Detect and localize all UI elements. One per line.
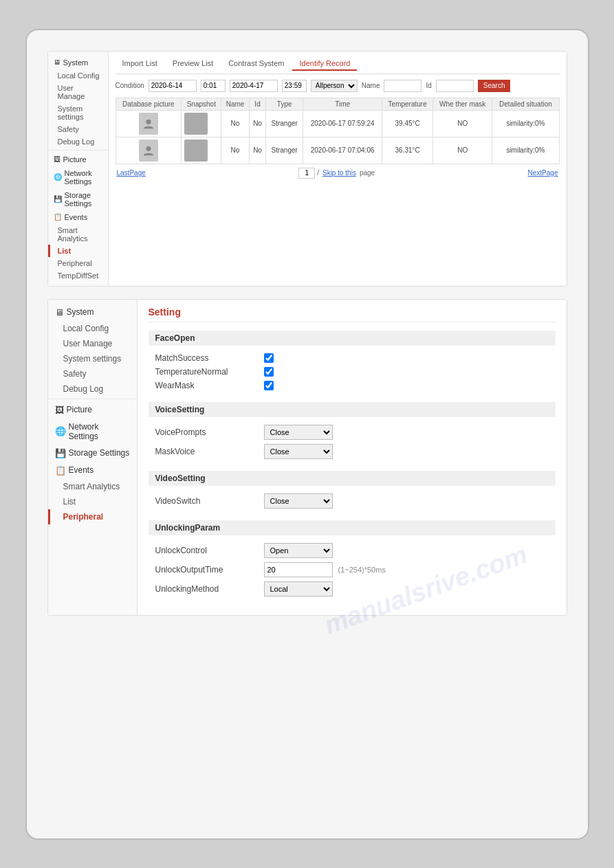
- table-row: NoNoStranger2020-06-17 07:59:2439.45°CNO…: [116, 110, 559, 137]
- video-switch-label: VideoSwitch: [155, 496, 259, 506]
- col-snapshot: Snapshot: [182, 98, 221, 110]
- picture-icon: 🖼: [54, 155, 61, 163]
- bottom-debug-log[interactable]: Debug Log: [48, 381, 138, 397]
- svg-point-0: [146, 119, 151, 124]
- sidebar-picture-label: Picture: [63, 155, 87, 164]
- bottom-list[interactable]: List: [48, 494, 138, 509]
- page-text: page: [360, 169, 375, 177]
- sidebar-system-section[interactable]: 🖥 System: [48, 56, 108, 69]
- last-page-link[interactable]: LastPage: [117, 169, 146, 177]
- cell-name: No: [221, 110, 249, 137]
- col-time: Time: [303, 98, 382, 110]
- match-success-checkbox[interactable]: [264, 353, 274, 363]
- bottom-events-section[interactable]: 📋 Events: [48, 462, 138, 479]
- sidebar-smart-analytics[interactable]: Smart Analytics: [48, 224, 108, 245]
- page-number-input[interactable]: [298, 168, 315, 179]
- bottom-sidebar-system-label: System: [67, 307, 94, 317]
- unlocking-method-select[interactable]: Local Remote: [264, 581, 333, 597]
- tab-identify-record[interactable]: Identify Record: [292, 57, 357, 71]
- unlocking-method-row: UnlockingMethod Local Remote: [149, 579, 556, 599]
- setting-content: Setting FaceOpen MatchSuccess Temperatur…: [138, 300, 567, 615]
- voice-setting-header: VoiceSetting: [149, 402, 556, 417]
- sidebar-list[interactable]: List: [48, 245, 108, 257]
- monitor-icon: 🖥: [54, 58, 61, 66]
- video-setting-header: VideoSetting: [149, 471, 556, 486]
- cell-id: No: [249, 110, 266, 137]
- temperature-normal-label: TemperatureNormal: [155, 367, 259, 377]
- table-row: NoNoStranger2020-06-17 07:04:0636.31°CNO…: [116, 137, 559, 164]
- unlock-output-time-input[interactable]: [264, 562, 333, 577]
- bottom-events-label: Events: [69, 465, 94, 475]
- bottom-local-config[interactable]: Local Config: [48, 321, 138, 336]
- sidebar-picture-section[interactable]: 🖼 Picture: [48, 153, 108, 166]
- mask-voice-row: MaskVoice Close Open: [149, 442, 556, 461]
- unlock-control-select[interactable]: Open Close: [264, 543, 333, 558]
- sidebar-network-section[interactable]: 🌐 Network Settings: [48, 166, 108, 188]
- cell-id: No: [249, 137, 266, 164]
- bottom-picture-section[interactable]: 🖼 Picture: [48, 401, 138, 419]
- sidebar-tempdiffset[interactable]: TempDiffSet: [48, 269, 108, 282]
- bottom-panel: 🖥 System Local Config User Manage System…: [47, 299, 567, 616]
- bottom-smart-analytics[interactable]: Smart Analytics: [48, 479, 138, 494]
- tab-preview-list[interactable]: Preview List: [166, 57, 220, 71]
- unlock-output-time-label: UnlockOutputTime: [155, 565, 259, 575]
- temperature-normal-checkbox[interactable]: [264, 367, 274, 377]
- pagination-row: LastPage / Skip to this page NextPage: [116, 168, 560, 179]
- name-label: Name: [362, 82, 380, 89]
- cell-temperature: 39.45°C: [382, 110, 433, 137]
- bottom-peripheral[interactable]: Peripheral: [48, 509, 138, 524]
- identify-record-table: Database picture Snapshot Name Id Type T…: [116, 98, 560, 164]
- time-to-input[interactable]: [282, 80, 307, 92]
- cell-detail: similarity:0%: [492, 110, 559, 137]
- wear-mask-label: WearMask: [155, 381, 259, 390]
- sidebar-events-section[interactable]: 📋 Events: [48, 210, 108, 224]
- date-to-input[interactable]: [230, 80, 278, 92]
- bottom-system-settings[interactable]: System settings: [48, 351, 138, 366]
- bottom-network-section[interactable]: 🌐 Network Settings: [48, 419, 138, 445]
- top-sidebar: 🖥 System Local Config User Manage System…: [48, 52, 109, 286]
- tab-import-list[interactable]: Import List: [116, 57, 164, 71]
- search-button[interactable]: Search: [478, 80, 511, 92]
- video-switch-select[interactable]: Close Open: [264, 493, 333, 509]
- sidebar-storage-label: Storage Settings: [65, 191, 102, 208]
- sidebar-user-manage[interactable]: User Manage: [48, 82, 108, 102]
- mask-voice-select[interactable]: Close Open: [264, 444, 333, 459]
- sidebar-storage-section[interactable]: 💾 Storage Settings: [48, 188, 108, 210]
- next-page-link[interactable]: NextPage: [528, 169, 558, 177]
- col-mask: Whe ther mask: [433, 98, 492, 110]
- page-divider: /: [317, 169, 319, 177]
- time-from-input[interactable]: [201, 80, 226, 92]
- db-picture-cell: [116, 110, 182, 137]
- bottom-safety[interactable]: Safety: [48, 366, 138, 381]
- col-type: Type: [266, 98, 303, 110]
- cell-type: Stranger: [266, 137, 303, 164]
- sidebar-debug-log[interactable]: Debug Log: [48, 135, 108, 148]
- cell-type: Stranger: [266, 110, 303, 137]
- bottom-sidebar-system-section[interactable]: 🖥 System: [48, 304, 138, 321]
- type-select[interactable]: Allperson Stranger Known: [311, 80, 358, 92]
- tab-contrast-system[interactable]: Contrast System: [221, 57, 291, 71]
- unlocking-method-label: UnlockingMethod: [155, 584, 259, 594]
- svg-point-1: [146, 146, 151, 151]
- bottom-storage-section[interactable]: 💾 Storage Settings: [48, 445, 138, 462]
- bottom-storage-icon: 💾: [55, 448, 66, 458]
- sidebar-system-settings[interactable]: System settings: [48, 102, 108, 123]
- skip-to-link[interactable]: Skip to this: [322, 169, 356, 177]
- voice-prompts-select[interactable]: Close Open: [264, 425, 333, 440]
- match-success-label: MatchSuccess: [155, 353, 259, 363]
- bottom-monitor-icon: 🖥: [55, 307, 64, 318]
- mask-voice-label: MaskVoice: [155, 447, 259, 456]
- unlocking-param-header: UnlockingParam: [149, 520, 556, 535]
- cell-time: 2020-06-17 07:59:24: [303, 110, 382, 137]
- sidebar-safety[interactable]: Safety: [48, 123, 108, 135]
- setting-title: Setting: [149, 307, 556, 322]
- wear-mask-checkbox[interactable]: [264, 381, 274, 390]
- unlocking-param-section: UnlockingParam UnlockControl Open Close …: [149, 520, 556, 599]
- bottom-user-manage[interactable]: User Manage: [48, 336, 138, 351]
- id-input[interactable]: [436, 80, 474, 92]
- sidebar-local-config[interactable]: Local Config: [48, 69, 108, 82]
- db-picture-cell: [116, 137, 182, 164]
- name-input[interactable]: [384, 80, 421, 92]
- sidebar-peripheral[interactable]: Peripheral: [48, 257, 108, 269]
- date-from-input[interactable]: [149, 80, 197, 92]
